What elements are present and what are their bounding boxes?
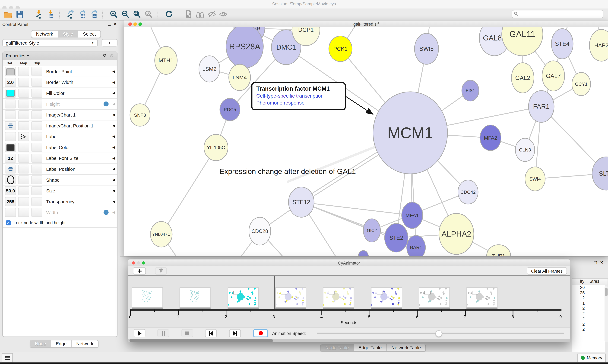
network-node-CDC42[interactable]: CDC42 [458,180,478,204]
network-node-HAP2[interactable]: HAP2 [589,29,608,61]
expand-property-icon[interactable]: ◀ [112,156,115,160]
property-cell[interactable] [18,67,29,76]
expand-property-icon[interactable]: ◀ [112,167,115,171]
network-node-STE12[interactable]: STE12 [289,187,314,217]
zoom-in-icon[interactable] [108,9,120,19]
float-panel-icon[interactable]: ▢ [108,22,111,26]
property-cell[interactable]: 255 [5,197,16,206]
pause-button[interactable] [157,329,169,337]
export-table-icon[interactable] [77,9,88,19]
network-node-TUP1[interactable]: TUP1 [486,245,511,256]
search-box[interactable] [512,10,603,18]
property-cell[interactable] [31,110,42,119]
property-cell[interactable]: 12 [5,154,16,163]
property-cell[interactable] [5,132,16,141]
expand-property-icon[interactable]: ◀ [112,91,115,95]
timeline-scrollbar[interactable] [128,339,570,342]
annotation-link-2[interactable]: Pheromone response [256,99,341,106]
property-cell[interactable] [18,175,29,184]
expand-property-icon[interactable]: ◀ [112,189,115,193]
property-cell[interactable] [5,67,16,76]
network-node-PDC5[interactable]: PDC5 [220,98,240,121]
checkbox-checked-icon[interactable]: ✓ [6,220,11,225]
property-row-transparency[interactable]: 255Transparency◀ [3,196,117,207]
memory-button[interactable]: Memory [578,353,606,362]
network-edge[interactable] [161,147,216,234]
skip-back-button[interactable] [205,329,217,337]
property-cell[interactable] [5,165,16,173]
timeline-playhead[interactable] [274,276,274,311]
property-cell[interactable] [5,121,16,130]
network-node-SWI4[interactable]: SWI4 [525,167,545,191]
close-table-panel-icon[interactable]: ✕ [600,260,603,264]
property-cell[interactable] [31,121,42,130]
collapse-all-icon[interactable] [110,53,114,59]
table-cell-value[interactable]: 2 [572,322,605,327]
expand-property-icon[interactable]: ◀ [112,200,115,203]
property-cell[interactable] [31,186,42,195]
network-node-CDC28[interactable]: CDC28 [249,217,271,245]
tab-network-table[interactable]: Network Table [387,344,425,351]
info-icon[interactable]: i [104,102,109,106]
expand-property-icon[interactable]: ◀ [112,146,115,149]
timeline-frame-1[interactable] [132,287,163,307]
property-cell[interactable] [5,110,16,119]
property-cell[interactable] [31,154,42,163]
property-cell[interactable] [31,89,42,98]
table-cell-value[interactable]: 2 [572,296,605,301]
property-cell[interactable] [31,78,42,87]
network-node-PCK1[interactable]: PCK1 [329,36,352,62]
style-selector[interactable]: galFiltered Style ▼ [2,39,98,47]
network-canvas[interactable]: RPS28BRPS28ADMC1DCP1PCK1MTH1LSM2LSM4SNF3… [124,27,608,256]
property-cell[interactable] [31,67,42,76]
network-node-MFA2[interactable]: MFA2 [480,125,501,151]
timeline-frame-5[interactable] [323,287,354,307]
property-cell[interactable] [31,175,42,184]
tab-edge-table[interactable]: Edge Table [354,344,387,351]
property-cell[interactable] [18,110,29,119]
zoom-out-icon[interactable] [120,9,131,19]
property-cell[interactable]: 50.0 [5,186,16,195]
import-table-icon[interactable] [45,9,57,19]
timeline-frame-3[interactable] [228,287,259,307]
tab-network[interactable]: Network [31,30,58,38]
property-cell[interactable] [18,89,29,98]
property-row-shape[interactable]: Shape◀ [3,175,117,185]
property-row-label-color[interactable]: Label Color◀ [3,142,117,153]
export-network-icon[interactable] [65,9,77,19]
close-panel-icon[interactable]: ✕ [113,22,117,26]
property-row-image-chart-1[interactable]: Image/Chart 1◀ [3,110,117,120]
property-row-label-font-size[interactable]: 12Label Font Size◀ [3,153,117,164]
property-cell[interactable] [18,143,29,152]
table-scrollbar[interactable] [605,286,608,342]
property-row-border-width[interactable]: 2.0Border Width◀ [3,77,117,88]
network-node-STE4[interactable]: STE4 [551,29,573,59]
network-node-ALPHA2[interactable]: ALPHA2 [439,213,474,254]
table-cell-value[interactable]: 25 [572,290,605,296]
record-button[interactable] [253,329,268,337]
export-image-icon[interactable] [88,9,100,19]
property-cell[interactable] [18,165,29,173]
add-frame-button[interactable] [133,267,146,275]
cyanimator-titlebar[interactable]: CyAnimator [128,260,570,266]
property-row-fill-color[interactable]: Fill Color◀ [3,88,117,99]
property-row-width[interactable]: Widthi◀ [3,207,117,218]
property-row-border-paint[interactable]: Border Paint◀ [3,66,117,77]
tab-edge[interactable]: Edge [51,340,72,347]
property-cell[interactable] [18,121,29,130]
tab-node[interactable]: Node [30,340,51,347]
expand-property-icon[interactable]: ◀ [112,70,115,73]
table-cell-value[interactable]: 2 [572,316,605,322]
tab-select[interactable]: Select [78,30,100,38]
network-node-LSM2[interactable]: LSM2 [199,56,220,82]
save-icon[interactable] [14,9,26,19]
network-node-BAR1[interactable]: BAR1 [407,235,426,256]
zoom-fit-icon[interactable] [131,9,143,19]
annotation-link-1[interactable]: Cell-type-specific transcription [256,92,341,99]
network-node-YNL047C[interactable]: YNL047C [151,221,172,247]
play-button[interactable] [134,329,145,337]
column-header-stress[interactable]: Stres [586,279,599,285]
network-node-GIC2[interactable]: GIC2 [363,219,380,242]
property-cell[interactable] [18,186,29,195]
lock-node-size-row[interactable]: ✓ Lock node width and height [3,218,117,228]
